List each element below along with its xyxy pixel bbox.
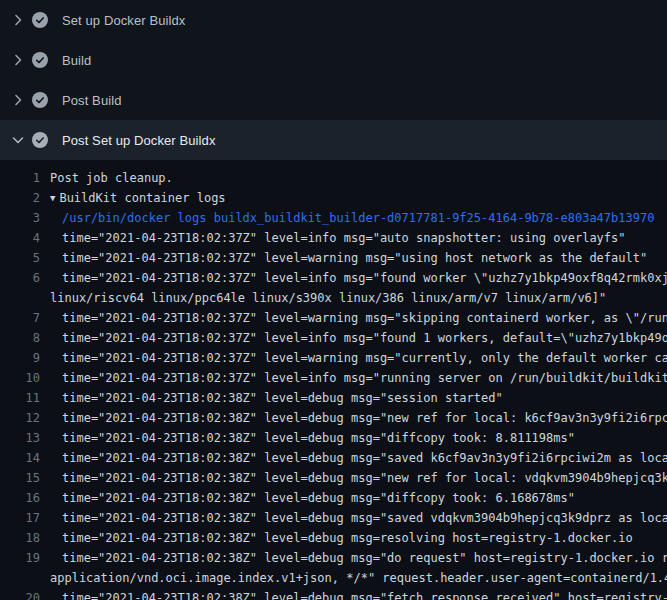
step-header-post-build[interactable]: Post Build — [0, 80, 667, 120]
log-line: 1Post job cleanup. — [0, 168, 667, 188]
log-line-number[interactable]: 6 — [0, 268, 40, 288]
log-line-number[interactable]: 14 — [0, 448, 40, 468]
log-text: application/vnd.oci.image.index.v1+json,… — [50, 568, 667, 588]
log-line-number[interactable]: 19 — [0, 548, 40, 568]
log-text: time="2021-04-23T18:02:38Z" level=debug … — [62, 428, 667, 448]
step-header-build[interactable]: Build — [0, 40, 667, 80]
log-text: time="2021-04-23T18:02:37Z" level=info m… — [62, 228, 667, 248]
log-line: 8time="2021-04-23T18:02:37Z" level=info … — [0, 328, 667, 348]
log-line: 19time="2021-04-23T18:02:38Z" level=debu… — [0, 548, 667, 568]
log-text: Post job cleanup. — [50, 168, 667, 188]
log-line: 16time="2021-04-23T18:02:38Z" level=debu… — [0, 488, 667, 508]
log-line: 10time="2021-04-23T18:02:37Z" level=info… — [0, 368, 667, 388]
log-line: application/vnd.oci.image.index.v1+json,… — [0, 568, 667, 588]
log-line-number[interactable]: 1 — [0, 168, 40, 188]
log-line-number[interactable]: 5 — [0, 248, 40, 268]
log-line: linux/riscv64 linux/ppc64le linux/s390x … — [0, 288, 667, 308]
step-header-post-set-up-docker-buildx[interactable]: Post Set up Docker Buildx — [0, 120, 667, 160]
log-text: time="2021-04-23T18:02:37Z" level=warnin… — [62, 348, 667, 368]
log-text: linux/riscv64 linux/ppc64le linux/s390x … — [50, 288, 667, 308]
log-text: time="2021-04-23T18:02:37Z" level=warnin… — [62, 248, 667, 268]
log-text: time="2021-04-23T18:02:37Z" level=info m… — [62, 368, 667, 388]
log-line: 9time="2021-04-23T18:02:37Z" level=warni… — [0, 348, 667, 368]
log-line: 11time="2021-04-23T18:02:38Z" level=debu… — [0, 388, 667, 408]
log-text: time="2021-04-23T18:02:38Z" level=debug … — [62, 508, 667, 528]
chevron-right-icon[interactable] — [10, 12, 26, 28]
log-text: time="2021-04-23T18:02:37Z" level=info m… — [62, 328, 667, 348]
log-line-number[interactable]: 11 — [0, 388, 40, 408]
log-line: 4time="2021-04-23T18:02:37Z" level=info … — [0, 228, 667, 248]
chevron-right-icon[interactable] — [10, 92, 26, 108]
step-label: Post Set up Docker Buildx — [62, 133, 216, 148]
log-line-number[interactable]: 4 — [0, 228, 40, 248]
log-line: 3/usr/bin/docker logs buildx_buildkit_bu… — [0, 208, 667, 228]
log-line-number[interactable]: 15 — [0, 468, 40, 488]
step-label: Set up Docker Buildx — [62, 13, 185, 28]
log-line: 2▼BuildKit container logs — [0, 188, 667, 208]
log-line: 18time="2021-04-23T18:02:38Z" level=debu… — [0, 528, 667, 548]
log-line-number[interactable]: 16 — [0, 488, 40, 508]
log-line: 5time="2021-04-23T18:02:37Z" level=warni… — [0, 248, 667, 268]
log-text: BuildKit container logs — [59, 188, 667, 208]
log-line-number[interactable]: 17 — [0, 508, 40, 528]
step-list: Set up Docker Buildx Build Post Build Po… — [0, 0, 667, 160]
log-line-number[interactable]: 7 — [0, 308, 40, 328]
log-line: 15time="2021-04-23T18:02:38Z" level=debu… — [0, 468, 667, 488]
log-line-number[interactable]: 8 — [0, 328, 40, 348]
step-header-set-up-docker-buildx[interactable]: Set up Docker Buildx — [0, 0, 667, 40]
log-line-number[interactable]: 10 — [0, 368, 40, 388]
check-circle-icon — [32, 132, 48, 148]
check-circle-icon — [32, 92, 48, 108]
chevron-down-icon[interactable] — [10, 132, 26, 148]
log-line: 6time="2021-04-23T18:02:37Z" level=info … — [0, 268, 667, 288]
log-line: 13time="2021-04-23T18:02:38Z" level=debu… — [0, 428, 667, 448]
log-line: 7time="2021-04-23T18:02:37Z" level=warni… — [0, 308, 667, 328]
log-text: time="2021-04-23T18:02:38Z" level=debug … — [62, 488, 667, 508]
log-line-number[interactable]: 13 — [0, 428, 40, 448]
log-line: 14time="2021-04-23T18:02:38Z" level=debu… — [0, 448, 667, 468]
log-text: time="2021-04-23T18:02:38Z" level=debug … — [62, 588, 667, 600]
log-line-number[interactable]: 20 — [0, 588, 40, 600]
log-line: 20time="2021-04-23T18:02:38Z" level=debu… — [0, 588, 667, 600]
log-text: time="2021-04-23T18:02:37Z" level=warnin… — [62, 308, 667, 328]
log-group-toggle-icon[interactable]: ▼ — [50, 188, 55, 208]
log-line: 17time="2021-04-23T18:02:38Z" level=debu… — [0, 508, 667, 528]
log-line-number[interactable]: 12 — [0, 408, 40, 428]
step-label: Post Build — [62, 93, 122, 108]
log-text: time="2021-04-23T18:02:38Z" level=debug … — [62, 448, 667, 468]
log-line-number[interactable] — [0, 288, 40, 308]
log-text: time="2021-04-23T18:02:38Z" level=debug … — [62, 408, 667, 428]
log-text: time="2021-04-23T18:02:38Z" level=debug … — [62, 548, 667, 568]
log-text: time="2021-04-23T18:02:38Z" level=debug … — [62, 388, 667, 408]
log-line-number[interactable]: 3 — [0, 208, 40, 228]
log-text: time="2021-04-23T18:02:38Z" level=debug … — [62, 528, 667, 548]
log-line-number[interactable] — [0, 568, 40, 588]
log-line: 12time="2021-04-23T18:02:38Z" level=debu… — [0, 408, 667, 428]
log-line-number[interactable]: 18 — [0, 528, 40, 548]
log-text: time="2021-04-23T18:02:38Z" level=debug … — [62, 468, 667, 488]
log-text: time="2021-04-23T18:02:37Z" level=info m… — [62, 268, 667, 288]
step-label: Build — [62, 53, 91, 68]
check-circle-icon — [32, 12, 48, 28]
log-command-text: /usr/bin/docker logs buildx_buildkit_bui… — [62, 208, 667, 228]
log-viewer: 1Post job cleanup.2▼BuildKit container l… — [0, 160, 667, 600]
log-line-number[interactable]: 2 — [0, 188, 40, 208]
log-line-number[interactable]: 9 — [0, 348, 40, 368]
chevron-right-icon[interactable] — [10, 52, 26, 68]
check-circle-icon — [32, 52, 48, 68]
